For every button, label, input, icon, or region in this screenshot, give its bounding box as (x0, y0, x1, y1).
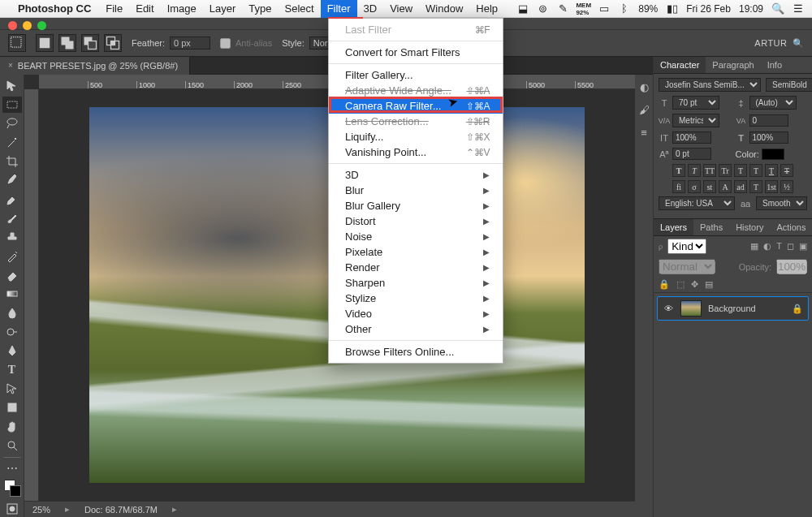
workspace-name[interactable]: ARTUR (754, 38, 787, 48)
menu-layer[interactable]: Layer (203, 0, 243, 18)
opacity-input[interactable] (776, 259, 807, 274)
text-color-well[interactable] (762, 149, 784, 160)
marquee-tool-icon[interactable] (2, 97, 22, 112)
ot-lig-button[interactable]: fi (672, 180, 685, 193)
lock-all-icon[interactable]: ▤ (705, 279, 713, 290)
menu-browse-filters[interactable]: Browse Filters Online... (329, 344, 503, 360)
ot-title-button[interactable]: T (749, 180, 762, 193)
cc-icon[interactable]: ⊚ (537, 2, 549, 15)
baseline-input[interactable] (672, 148, 711, 160)
font-size-select[interactable]: 70 pt (672, 96, 719, 110)
ot-ad-button[interactable]: ad (734, 180, 747, 193)
layer-kind-select[interactable]: Kind (667, 239, 706, 254)
menu-stylize-sub[interactable]: Stylize▶ (329, 291, 503, 306)
toolbox-extra-icon[interactable]: ⋯ (2, 460, 22, 476)
stamp-tool-icon[interactable] (2, 230, 22, 245)
menu-window[interactable]: Window (419, 0, 469, 18)
menu-blur-sub[interactable]: Blur▶ (329, 183, 503, 198)
pen-tool-icon[interactable] (2, 343, 22, 359)
marquee-add-icon[interactable] (58, 34, 76, 52)
shape-tool-icon[interactable] (2, 400, 22, 416)
allcaps-button[interactable]: TT (703, 164, 716, 177)
ot-swash-button[interactable]: A (719, 180, 732, 193)
blur-tool-icon[interactable] (2, 305, 22, 321)
adjustments-icon[interactable]: ◐ (637, 80, 651, 94)
healing-tool-icon[interactable] (2, 192, 22, 207)
type-tool-icon[interactable]: T (2, 362, 22, 377)
tab-info[interactable]: Info (761, 57, 788, 73)
font-family-select[interactable]: Josefin Sans SemiB... (659, 78, 761, 92)
search-icon[interactable]: 🔍 (793, 38, 805, 49)
menu-filter[interactable]: Filter (321, 0, 357, 18)
menu-video-sub[interactable]: Video▶ (329, 306, 503, 321)
battery-icon[interactable]: ▮▯ (666, 2, 678, 15)
eraser-tool-icon[interactable] (2, 267, 22, 282)
faux-italic-button[interactable]: T (688, 164, 701, 177)
filter-type-icon[interactable]: T (776, 241, 782, 252)
marquee-new-icon[interactable] (36, 34, 54, 52)
window-close[interactable] (8, 21, 17, 30)
zoom-level[interactable]: 25% (32, 505, 50, 515)
dodge-tool-icon[interactable] (2, 324, 22, 339)
menu-edit[interactable]: Edit (129, 0, 160, 18)
layer-thumbnail[interactable] (680, 300, 702, 317)
menu-extras-icon[interactable]: ☰ (792, 2, 804, 15)
brushes-icon[interactable]: 🖌 (637, 102, 651, 117)
filter-pixel-icon[interactable]: ▦ (750, 241, 758, 252)
faux-bold-button[interactable]: T (672, 164, 685, 177)
zoom-tool-icon[interactable] (2, 437, 22, 453)
blend-mode-select[interactable]: Normal (659, 259, 715, 274)
lasso-tool-icon[interactable] (2, 116, 22, 131)
menu-3d-sub[interactable]: 3D▶ (329, 167, 503, 183)
filter-shape-icon[interactable]: ◻ (787, 241, 794, 252)
window-minimize[interactable] (23, 21, 32, 30)
quickmask-icon[interactable] (2, 502, 22, 517)
antialias-select[interactable]: Smooth (756, 196, 807, 210)
dropbox-icon[interactable]: ⬓ (516, 2, 529, 15)
ot-ord-button[interactable]: 1st (765, 180, 778, 193)
mem-icon[interactable]: MEM92% (577, 2, 590, 15)
doc-size[interactable]: Doc: 68.7M/68.7M (84, 505, 158, 515)
tab-actions[interactable]: Actions (770, 219, 812, 235)
ot-alt-button[interactable]: σ (688, 180, 701, 193)
menu-pixelate-sub[interactable]: Pixelate▶ (329, 244, 503, 260)
superscript-button[interactable]: T (734, 164, 747, 177)
evernote-icon[interactable]: ✎ (557, 2, 569, 15)
filter-adjust-icon[interactable]: ◐ (763, 241, 771, 252)
subscript-button[interactable]: T (749, 164, 762, 177)
lock-position-icon[interactable]: ✥ (691, 279, 698, 290)
ot-frac-button[interactable]: ½ (780, 180, 793, 193)
feather-input[interactable] (170, 37, 210, 50)
visibility-icon[interactable]: 👁 (663, 304, 674, 313)
swatches-icon[interactable]: ≡ (637, 125, 651, 140)
tracking-input[interactable] (749, 114, 788, 127)
gradient-tool-icon[interactable] (2, 287, 22, 302)
menu-view[interactable]: View (383, 0, 419, 18)
window-zoom[interactable] (37, 21, 46, 30)
ot-st-button[interactable]: st (703, 180, 716, 193)
marquee-intersect-icon[interactable] (104, 34, 122, 52)
bluetooth-icon[interactable]: ᛒ (618, 2, 630, 15)
menu-select[interactable]: Select (278, 0, 320, 18)
close-tab-icon[interactable]: × (8, 57, 13, 75)
filter-smart-icon[interactable]: ▣ (799, 241, 807, 252)
underline-button[interactable]: T (765, 164, 778, 177)
smallcaps-button[interactable]: Tr (719, 164, 732, 177)
layer-row-background[interactable]: 👁 Background 🔒 (657, 296, 809, 321)
display-icon[interactable]: ▭ (598, 2, 610, 15)
menu-adaptive-wide[interactable]: Adaptive Wide Angle...⇧⌘A (329, 83, 503, 98)
app-name[interactable]: Photoshop CC (18, 2, 91, 15)
menu-image[interactable]: Image (161, 0, 203, 18)
tab-paths[interactable]: Paths (693, 219, 729, 235)
menu-camera-raw[interactable]: Camera Raw Filter...⇧⌘A (329, 98, 503, 114)
document-tab[interactable]: × BEART PRESETS.jpg @ 25% (RGB/8#) (0, 57, 190, 75)
tab-layers[interactable]: Layers (654, 219, 693, 235)
language-select[interactable]: English: USA (659, 196, 735, 210)
menu-help[interactable]: Help (469, 0, 504, 18)
menu-distort-sub[interactable]: Distort▶ (329, 213, 503, 229)
kerning-select[interactable]: Metrics (672, 114, 719, 127)
menu-lens-correction[interactable]: Lens Correction...⇧⌘R (329, 114, 503, 129)
menu-sharpen-sub[interactable]: Sharpen▶ (329, 275, 503, 291)
fg-bg-colors[interactable] (2, 480, 22, 498)
leading-select[interactable]: (Auto) (749, 96, 797, 110)
